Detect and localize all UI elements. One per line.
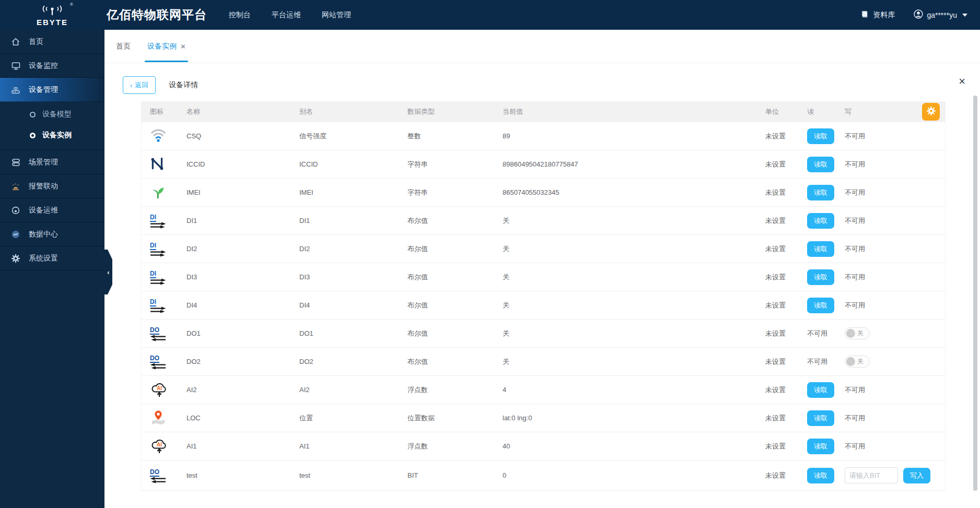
write-unavailable-label: 不可用: [845, 216, 865, 226]
cell-unit: 未设置: [757, 216, 799, 226]
sidebar-item-scene-management[interactable]: 场景管理: [0, 150, 104, 174]
sidebar: 首页设备监控设备管理设备模型设备实例场景管理报警联动设备运维数据中心系统设置: [0, 30, 104, 508]
chart-icon: [10, 230, 21, 239]
close-icon[interactable]: ×: [959, 76, 965, 87]
read-button[interactable]: 读取: [807, 128, 834, 144]
table-row: LOC位置位置数据lat:0 lng:0未设置读取不可用: [142, 404, 945, 432]
user-menu[interactable]: ga*****yu: [914, 9, 967, 20]
library-link[interactable]: 资料库: [860, 10, 895, 20]
logo-brand-text: EBYTE: [37, 18, 68, 26]
sidebar-item-label: 系统设置: [29, 254, 58, 263]
cell-write: 不可用: [836, 188, 945, 197]
cell-read: 读取: [799, 439, 836, 454]
write-unavailable-label: 不可用: [845, 273, 865, 282]
read-button[interactable]: 读取: [807, 298, 834, 313]
write-unavailable-label: 不可用: [845, 160, 865, 169]
sidebar-item-alarm-linkage[interactable]: 报警联动: [0, 174, 104, 198]
cell-alias: 位置: [291, 414, 399, 423]
cell-unit: 未设置: [757, 329, 799, 338]
write-value-input[interactable]: [845, 467, 898, 483]
cell-type: 布尔值: [399, 244, 494, 254]
tab-close-icon[interactable]: ×: [181, 42, 185, 50]
cell-value: 关: [494, 301, 757, 310]
chevron-down-icon: [962, 14, 967, 17]
read-button[interactable]: 读取: [807, 241, 834, 257]
toggle-state-label: 关: [857, 357, 864, 366]
write-unavailable-label: 不可用: [845, 244, 865, 254]
read-button[interactable]: 读取: [807, 382, 834, 398]
sidebar-subitem-label: 设备模型: [42, 110, 72, 119]
cell-name: DI4: [178, 301, 291, 309]
cell-read: 读取: [799, 213, 836, 229]
sidebar-item-label: 首页: [29, 37, 43, 46]
nav-menu-site-management[interactable]: 网站管理: [322, 10, 351, 20]
back-button-label: 返回: [135, 80, 148, 90]
cell-unit: 未设置: [757, 132, 799, 141]
column-header-type: 数据类型: [399, 107, 494, 116]
cell-write: 不可用: [836, 273, 945, 282]
nav-menu-console[interactable]: 控制台: [229, 10, 251, 20]
sidebar-item-system-settings[interactable]: 系统设置: [0, 246, 104, 270]
cell-unit: 未设置: [757, 442, 799, 451]
write-unavailable-label: 不可用: [845, 188, 865, 197]
cell-name: DI3: [178, 273, 291, 281]
tab-device-instance[interactable]: 设备实例×: [147, 30, 185, 63]
cell-alias: DI4: [291, 301, 399, 309]
read-button[interactable]: 读取: [807, 439, 834, 454]
read-button[interactable]: 读取: [807, 157, 834, 172]
toggle-knob-icon: [846, 329, 855, 338]
toggle-knob-icon: [846, 357, 855, 366]
cell-type: 字符串: [399, 160, 494, 169]
sidebar-subitem-label: 设备实例: [42, 131, 72, 140]
cell-value: 89860495042180775847: [494, 160, 757, 168]
cell-name: AI2: [178, 386, 291, 394]
cell-alias: IMEI: [291, 188, 399, 196]
vertical-scrollbar[interactable]: [973, 96, 977, 491]
sidebar-item-device-management[interactable]: 设备管理: [0, 78, 104, 102]
sidebar-item-device-ops[interactable]: 设备运维: [0, 198, 104, 222]
cell-type: 位置数据: [399, 414, 494, 423]
router-icon: [10, 85, 21, 94]
table-row: AIAI2AI2浮点数4未设置读取不可用: [142, 376, 945, 404]
cell-value: 0: [494, 471, 757, 479]
ebyte-logo: EBYTE ®: [0, 4, 104, 26]
tab-home[interactable]: 首页: [116, 30, 131, 63]
write-button[interactable]: 写入: [903, 468, 930, 483]
cell-unit: 未设置: [757, 357, 799, 367]
tab-label: 首页: [116, 42, 131, 51]
cell-write: 不可用: [836, 132, 945, 141]
sprout-icon: [150, 184, 166, 200]
antenna-icon: [40, 4, 64, 18]
cell-name: DI1: [178, 217, 291, 225]
nav-menu-platform-ops[interactable]: 平台运维: [272, 10, 301, 20]
cell-alias: DO2: [291, 358, 399, 365]
main-content: 首页设备实例× ‹ 返回 设备详情 × 图标名称别名数据类型当前值单位读写 CS…: [104, 30, 980, 508]
tab-bar: 首页设备实例×: [104, 30, 980, 63]
cell-read: 读取: [799, 382, 836, 398]
device-properties-table: 图标名称别名数据类型当前值单位读写 CSQ信号强度整数89未设置读取不可用ICC…: [141, 101, 946, 491]
book-icon: [860, 10, 869, 20]
column-header-icon: 图标: [142, 107, 178, 116]
column-header-alias: 别名: [291, 107, 399, 116]
read-button[interactable]: 读取: [807, 269, 834, 285]
cell-type: 布尔值: [399, 357, 494, 367]
read-button[interactable]: 读取: [807, 213, 834, 229]
gear-icon: [926, 106, 936, 117]
do-icon: DO: [150, 468, 166, 483]
sidebar-item-data-center[interactable]: 数据中心: [0, 222, 104, 246]
cell-name: LOC: [178, 414, 291, 422]
read-button[interactable]: 读取: [807, 185, 834, 200]
read-button[interactable]: 读取: [807, 468, 834, 483]
sidebar-item-home[interactable]: 首页: [0, 30, 104, 54]
read-button[interactable]: 读取: [807, 410, 834, 426]
write-toggle[interactable]: 关: [845, 327, 870, 339]
table-row: DIDI1DI1布尔值关未设置读取不可用: [142, 207, 945, 235]
sidebar-subitem-device-instance[interactable]: 设备实例: [0, 125, 104, 146]
read-unavailable-label: 不可用: [807, 358, 827, 365]
column-settings-button[interactable]: [922, 103, 940, 121]
sidebar-item-device-monitor[interactable]: 设备监控: [0, 54, 104, 78]
sidebar-subitem-device-model[interactable]: 设备模型: [0, 104, 104, 125]
back-button[interactable]: ‹ 返回: [123, 76, 156, 94]
write-toggle[interactable]: 关: [845, 356, 870, 368]
iccid-icon: [150, 155, 166, 173]
